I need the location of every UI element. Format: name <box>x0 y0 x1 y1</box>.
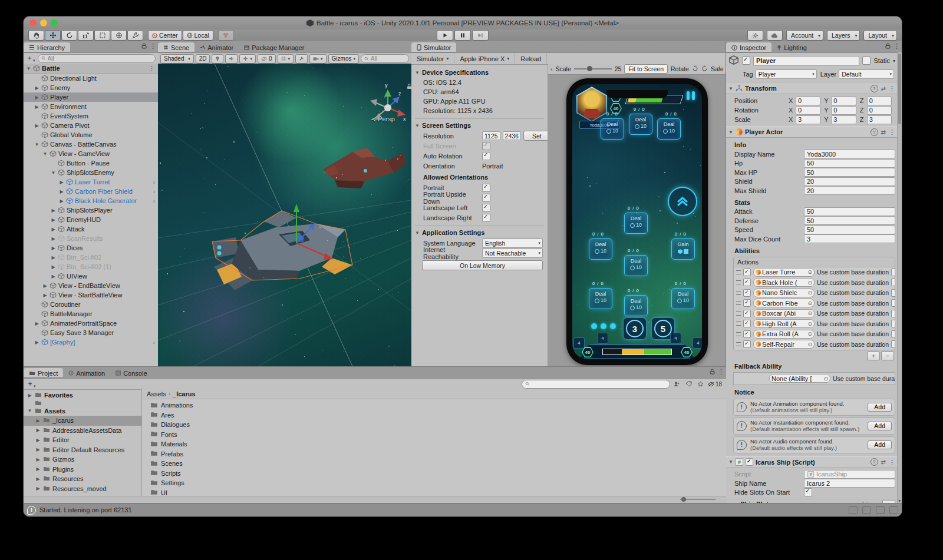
auto-rotation-checkbox[interactable] <box>482 152 490 160</box>
favorites-filter-icon[interactable] <box>696 380 705 388</box>
ability-object-field[interactable]: High Roll (A⊙ <box>753 319 815 328</box>
ability-object-field[interactable]: Nano Shielc⊙ <box>753 289 815 297</box>
hierarchy-row[interactable]: Button - Pause › <box>24 158 158 168</box>
custom-duration-checkbox[interactable] <box>891 289 895 297</box>
custom-tool-icon[interactable] <box>127 30 143 41</box>
add-asset-button[interactable]: ＋▾ <box>27 379 36 389</box>
enemy-ability-card[interactable]: Deal10 <box>601 118 624 140</box>
tab-project[interactable]: Project <box>24 368 63 378</box>
ability-enabled-checkbox[interactable] <box>743 279 751 286</box>
scene-viewport[interactable]: y x z ≺ Persp <box>158 64 411 379</box>
2d-toggle[interactable]: 2D <box>196 54 210 64</box>
expand-arrow[interactable]: ▶ <box>35 476 41 482</box>
game-screen[interactable]: Yoda3000 40 40 0 / 0 0 / 0 0 / 0 <box>572 84 702 359</box>
reachability-dropdown[interactable]: Not Reachable <box>482 248 543 258</box>
side-die[interactable]: 4 <box>693 337 702 349</box>
project-tree-row[interactable]: ▶ Editor Default Resources <box>24 445 141 455</box>
device-dropdown[interactable]: Apple iPhone X▾ <box>454 53 515 64</box>
project-search-input[interactable] <box>532 381 667 387</box>
hierarchy-row[interactable]: ▼ View - GameView › <box>24 149 158 158</box>
lock-icon[interactable] <box>141 43 147 49</box>
move-tool-icon[interactable] <box>45 30 61 41</box>
z-field[interactable]: 0 <box>867 97 892 105</box>
expand-arrow[interactable]: ▶ <box>35 486 41 491</box>
layout-dropdown[interactable]: Layout <box>863 30 897 41</box>
side-die[interactable]: 4 <box>670 333 681 344</box>
tab-inspector[interactable]: Inspector <box>726 42 771 52</box>
y-field[interactable]: 0 <box>831 106 856 115</box>
expand-arrow[interactable]: ▼ <box>51 170 56 175</box>
asset-folder-row[interactable]: Prefabs <box>142 449 726 459</box>
lock-icon[interactable] <box>710 369 715 375</box>
scale-tool-icon[interactable] <box>78 30 94 41</box>
ability-enabled-checkbox[interactable] <box>743 299 751 307</box>
drag-handle[interactable] <box>736 270 741 274</box>
static-dropdown-icon[interactable]: ▾ <box>893 58 895 64</box>
project-tree-row[interactable]: ▶ Editor <box>24 435 141 445</box>
breadcrumb-assets[interactable]: Assets <box>147 390 166 397</box>
drag-handle[interactable] <box>736 332 741 336</box>
presets-icon[interactable]: ⇄ <box>881 459 886 465</box>
end-turn-button[interactable] <box>668 187 697 216</box>
expand-arrow[interactable]: ▶ <box>59 180 64 185</box>
screen-settings-foldout[interactable]: ▼Screen Settings <box>415 118 544 129</box>
tab-scene[interactable]: Scene <box>158 42 194 52</box>
expand-arrow[interactable]: ▼ <box>42 151 48 157</box>
project-tree-row[interactable]: ▶ Favorites <box>24 390 141 400</box>
expand-arrow[interactable]: ▶ <box>35 428 41 433</box>
prefab-open-chevron[interactable]: › <box>153 198 155 204</box>
ability-enabled-checkbox[interactable] <box>743 269 751 276</box>
expand-arrow[interactable]: ▶ <box>27 393 32 398</box>
help-icon[interactable]: ? <box>871 458 878 466</box>
panel-menu-icon[interactable]: ⋮ <box>150 43 156 49</box>
expand-arrow[interactable]: ▶ <box>51 274 56 279</box>
drag-handle[interactable] <box>736 342 741 346</box>
device-specs-foldout[interactable]: ▼Device Specifications <box>415 69 544 76</box>
system-language-dropdown[interactable]: English <box>482 238 543 248</box>
hierarchy-row[interactable]: Global Volume › <box>24 130 158 140</box>
static-checkbox[interactable] <box>862 57 871 65</box>
expand-arrow[interactable]: ▶ <box>35 447 41 452</box>
object-picker-icon[interactable]: ⊙ <box>823 376 828 382</box>
hierarchy-row[interactable]: ▶ Enemy › <box>24 83 158 92</box>
property-field[interactable]: 50 <box>804 226 895 234</box>
layer-dropdown[interactable]: Default <box>839 69 894 79</box>
player-gain-card[interactable]: Gain <box>671 238 695 260</box>
hierarchy-row[interactable]: ▼ ShipSlotsEnemy › <box>24 168 158 177</box>
search-by-type-icon[interactable] <box>672 380 682 388</box>
ability-enabled-checkbox[interactable] <box>743 330 751 338</box>
asset-folder-row[interactable]: Animations <box>142 400 726 410</box>
expand-arrow[interactable]: ▶ <box>51 246 56 251</box>
property-field[interactable]: 3 <box>804 234 895 243</box>
resolution-width-field[interactable]: 1125 <box>482 131 500 140</box>
expand-arrow[interactable]: ▼ <box>26 66 31 71</box>
on-low-memory-button[interactable]: On Low Memory <box>422 260 543 270</box>
hierarchy-row[interactable]: EventSystem › <box>24 111 158 121</box>
foldout-arrow[interactable]: ▼ <box>728 130 733 135</box>
expand-arrow[interactable]: ▶ <box>35 457 41 462</box>
project-tree-row[interactable]: ▶ AddressableAssetsData <box>24 426 141 436</box>
resolution-height-field[interactable]: 2436 <box>503 131 521 140</box>
custom-duration-checkbox[interactable] <box>891 279 895 286</box>
help-icon[interactable]: ? <box>871 85 878 92</box>
set-resolution-button[interactable]: Set <box>523 131 548 141</box>
x-field[interactable]: 3 <box>796 115 820 124</box>
ability-object-field[interactable]: Carbon Fibe⊙ <box>753 299 815 307</box>
orientation-checkbox[interactable] <box>482 184 490 192</box>
object-picker-icon[interactable]: ⊙ <box>807 331 812 337</box>
hierarchy-row[interactable]: BattleManager › <box>24 309 158 319</box>
hierarchy-row[interactable]: ▶ Carbon Fiber Shield › <box>24 187 158 196</box>
hide-slots-checkbox[interactable] <box>804 488 812 496</box>
add-component-button[interactable]: Add <box>868 403 892 412</box>
expand-arrow[interactable]: ▶ <box>34 85 39 91</box>
x-field[interactable]: 0 <box>796 97 820 105</box>
lock-icon[interactable] <box>885 43 891 49</box>
search-by-label-icon[interactable] <box>684 380 694 388</box>
custom-duration-checkbox[interactable] <box>891 330 895 338</box>
add-component-button[interactable]: Add <box>868 422 892 430</box>
scene-effects-dropdown[interactable] <box>239 54 256 64</box>
gameobject-name-field[interactable]: Player <box>753 56 859 66</box>
simulator-menu[interactable]: Simulator▾ <box>411 53 454 64</box>
console-status-icon[interactable] <box>876 506 885 514</box>
status-message[interactable]: Started. Listening on port 62131 <box>39 506 132 513</box>
